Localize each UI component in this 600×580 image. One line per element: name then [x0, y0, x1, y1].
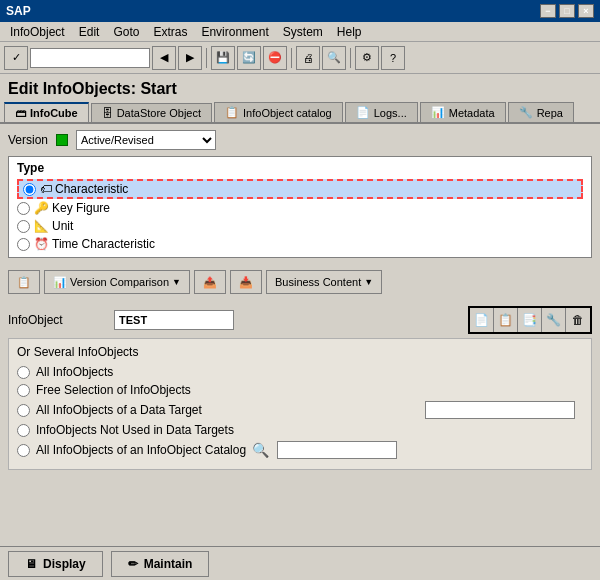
transfer-button[interactable]: 📤 [194, 270, 226, 294]
timechar-icon: ⏰ [34, 237, 49, 251]
print-button[interactable]: 🖨 [296, 46, 320, 70]
separator-3 [350, 48, 351, 68]
menu-goto[interactable]: Goto [107, 23, 145, 41]
title-bar: SAP − □ × [0, 0, 600, 22]
bottom-toolbar: 🖥 Display ✏ Maintain [0, 546, 600, 580]
maintain-button[interactable]: ✏ Maintain [111, 551, 210, 577]
type-unit-radio[interactable] [17, 220, 30, 233]
refresh-button[interactable]: 🔄 [237, 46, 261, 70]
option-catalog-radio[interactable] [17, 444, 30, 457]
another-button[interactable]: 📥 [230, 270, 262, 294]
tab-metadata[interactable]: 📊 Metadata [420, 102, 506, 122]
small-icon-btn-1[interactable]: 📋 [8, 270, 40, 294]
title-bar-buttons: − □ × [540, 4, 594, 18]
tab-datastore-label: DataStore Object [117, 107, 201, 119]
maintain-icon: ✏ [128, 557, 138, 571]
business-content-arrow: ▼ [364, 277, 373, 287]
menu-extras[interactable]: Extras [147, 23, 193, 41]
menu-bar: InfoObject Edit Goto Extras Environment … [0, 22, 600, 42]
tab-infoobject-catalog[interactable]: 📋 InfoObject catalog [214, 102, 343, 122]
action-toolbar: 📋 📊 Version Comparison ▼ 📤 📥 Business Co… [8, 266, 592, 298]
version-comparison-label: Version Comparison [70, 276, 169, 288]
type-timechar-row: ⏰ Time Characteristic [17, 235, 583, 253]
toolbar: ✓ ◀ ▶ 💾 🔄 ⛔ 🖨 🔍 ⚙ ? [0, 42, 600, 74]
infoobject-paste-button[interactable]: 📑 [518, 308, 542, 332]
catalog-tab-icon: 📋 [225, 106, 239, 119]
infoobject-edit-button[interactable]: 🔧 [542, 308, 566, 332]
option-catalog-label: All InfoObjects of an InfoObject Catalog [36, 443, 246, 457]
tab-infocube[interactable]: 🗃 InfoCube [4, 102, 89, 122]
infoobject-view-button[interactable]: 📄 [470, 308, 494, 332]
tab-repa[interactable]: 🔧 Repa [508, 102, 574, 122]
type-unit-row: 📐 Unit [17, 217, 583, 235]
type-unit-label: 📐 Unit [34, 219, 73, 233]
keyfigure-icon: 🔑 [34, 201, 49, 215]
help-toolbar-button[interactable]: ? [381, 46, 405, 70]
infoobject-row: InfoObject 📄 📋 📑 🔧 🗑 [8, 306, 592, 334]
repa-icon: 🔧 [519, 106, 533, 119]
infocube-icon: 🗃 [15, 107, 26, 119]
nav-forward-button[interactable]: ▶ [178, 46, 202, 70]
maximize-button[interactable]: □ [559, 4, 575, 18]
menu-system[interactable]: System [277, 23, 329, 41]
type-characteristic-label: 🏷 Characteristic [40, 182, 128, 196]
close-button[interactable]: × [578, 4, 594, 18]
minimize-button[interactable]: − [540, 4, 556, 18]
stop-button[interactable]: ⛔ [263, 46, 287, 70]
option-data-target-label: All InfoObjects of a Data Target [36, 403, 202, 417]
catalog-search-icon[interactable]: 🔍 [252, 442, 269, 458]
option-not-used-label: InfoObjects Not Used in Data Targets [36, 423, 234, 437]
version-row: Version Active/Revised Active Revised [8, 130, 592, 150]
menu-environment[interactable]: Environment [195, 23, 274, 41]
display-button[interactable]: 🖥 Display [8, 551, 103, 577]
option-all-infoobjects-radio[interactable] [17, 366, 30, 379]
tab-catalog-label: InfoObject catalog [243, 107, 332, 119]
tab-logs[interactable]: 📄 Logs... [345, 102, 418, 122]
data-target-input[interactable] [425, 401, 575, 419]
type-section: Type 🏷 Characteristic 🔑 Key Figure 📐 [8, 156, 592, 258]
page-title: Edit InfoObjects: Start [0, 74, 600, 102]
type-header: Type [17, 161, 583, 175]
characteristic-icon: 🏷 [40, 182, 52, 196]
tab-repa-label: Repa [537, 107, 563, 119]
infoobject-copy-button[interactable]: 📋 [494, 308, 518, 332]
type-keyfigure-label: 🔑 Key Figure [34, 201, 110, 215]
version-select[interactable]: Active/Revised Active Revised [76, 130, 216, 150]
infoobject-label: InfoObject [8, 313, 108, 327]
menu-help[interactable]: Help [331, 23, 368, 41]
find-button[interactable]: 🔍 [322, 46, 346, 70]
save-button[interactable]: 💾 [211, 46, 235, 70]
option-free-selection-radio[interactable] [17, 384, 30, 397]
display-icon: 🖥 [25, 557, 37, 571]
metadata-icon: 📊 [431, 106, 445, 119]
several-section: Or Several InfoObjects All InfoObjects F… [8, 338, 592, 470]
option-data-target-radio[interactable] [17, 404, 30, 417]
version-comparison-icon: 📊 [53, 276, 67, 289]
business-content-label: Business Content [275, 276, 361, 288]
keyfigure-text: Key Figure [52, 201, 110, 215]
option-not-used-radio[interactable] [17, 424, 30, 437]
nav-back-button[interactable]: ◀ [152, 46, 176, 70]
settings-button[interactable]: ⚙ [355, 46, 379, 70]
menu-edit[interactable]: Edit [73, 23, 106, 41]
main-content: Version Active/Revised Active Revised Ty… [0, 124, 600, 476]
business-content-button[interactable]: Business Content ▼ [266, 270, 382, 294]
tab-metadata-label: Metadata [449, 107, 495, 119]
infoobject-icon-group: 📄 📋 📑 🔧 🗑 [468, 306, 592, 334]
infoobject-input[interactable] [114, 310, 234, 330]
back-button[interactable]: ✓ [4, 46, 28, 70]
option-free-selection-label: Free Selection of InfoObjects [36, 383, 191, 397]
menu-infoobject[interactable]: InfoObject [4, 23, 71, 41]
infoobject-delete-button[interactable]: 🗑 [566, 308, 590, 332]
tab-datastore[interactable]: 🗄 DataStore Object [91, 103, 212, 122]
type-keyfigure-radio[interactable] [17, 202, 30, 215]
type-timechar-radio[interactable] [17, 238, 30, 251]
command-field[interactable] [30, 48, 150, 68]
tab-infocube-label: InfoCube [30, 107, 78, 119]
option-all-infoobjects-label: All InfoObjects [36, 365, 113, 379]
version-comparison-button[interactable]: 📊 Version Comparison ▼ [44, 270, 190, 294]
catalog-input[interactable] [277, 441, 397, 459]
type-characteristic-radio[interactable] [23, 183, 36, 196]
display-label: Display [43, 557, 86, 571]
title-bar-text: SAP [6, 4, 540, 18]
